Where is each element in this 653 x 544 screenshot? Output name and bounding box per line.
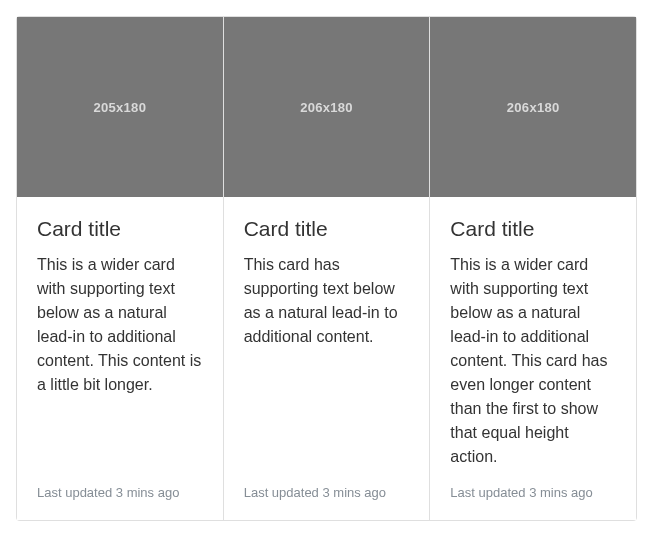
card-body: Card title This is a wider card with sup… — [17, 197, 223, 520]
card-body: Card title This is a wider card with sup… — [430, 197, 636, 520]
card-title: Card title — [450, 217, 616, 241]
card-updated: Last updated 3 mins ago — [37, 485, 203, 500]
card: 206x180 Card title This is a wider card … — [430, 16, 637, 521]
card: 205x180 Card title This is a wider card … — [16, 16, 224, 521]
card-group: 205x180 Card title This is a wider card … — [16, 16, 637, 521]
card-image-placeholder: 206x180 — [224, 17, 430, 197]
card-body: Card title This card has supporting text… — [224, 197, 430, 520]
card-image-placeholder: 205x180 — [17, 17, 223, 197]
placeholder-label: 205x180 — [93, 100, 146, 115]
card-title: Card title — [37, 217, 203, 241]
placeholder-label: 206x180 — [507, 100, 560, 115]
card-text: This is a wider card with supporting tex… — [37, 253, 203, 397]
card-image-placeholder: 206x180 — [430, 17, 636, 197]
placeholder-label: 206x180 — [300, 100, 353, 115]
card-title: Card title — [244, 217, 410, 241]
card: 206x180 Card title This card has support… — [224, 16, 431, 521]
card-text: This card has supporting text below as a… — [244, 253, 410, 349]
card-text: This is a wider card with supporting tex… — [450, 253, 616, 469]
card-updated: Last updated 3 mins ago — [244, 485, 410, 500]
card-updated: Last updated 3 mins ago — [450, 485, 616, 500]
